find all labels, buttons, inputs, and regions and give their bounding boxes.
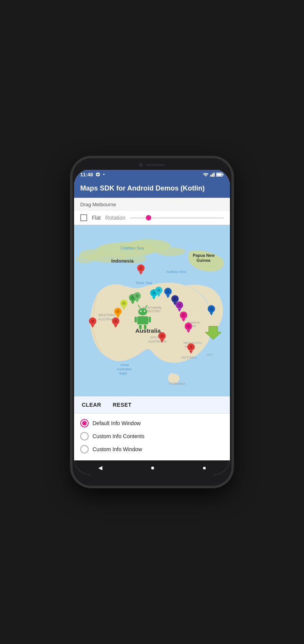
svg-rect-1 xyxy=(216,173,221,176)
svg-point-71 xyxy=(91,320,94,323)
radio-default-inner xyxy=(82,421,87,426)
phone-screen: 11:48 ● xyxy=(74,169,230,475)
svg-point-59 xyxy=(178,304,181,307)
svg-rect-34 xyxy=(138,308,147,315)
status-bar: 11:48 ● xyxy=(74,169,230,180)
svg-text:Great: Great xyxy=(121,363,129,367)
flat-label: Flat xyxy=(92,215,101,221)
svg-point-55 xyxy=(167,290,170,293)
svg-point-75 xyxy=(190,345,193,348)
subtitle-text: Drag Melbourne xyxy=(80,202,116,207)
svg-text:Australian: Australian xyxy=(117,367,132,371)
notch xyxy=(121,161,183,169)
camera xyxy=(139,163,143,167)
radio-default-circle xyxy=(80,419,89,427)
svg-point-49 xyxy=(135,294,139,297)
svg-rect-39 xyxy=(137,316,148,324)
clear-button[interactable]: CLEAR xyxy=(82,402,101,408)
rotation-slider[interactable] xyxy=(130,214,224,222)
recent-button[interactable]: ■ xyxy=(203,465,206,471)
svg-text:Arafura Sea: Arafura Sea xyxy=(166,269,186,274)
svg-point-53 xyxy=(157,289,160,292)
svg-rect-41 xyxy=(149,317,151,322)
flat-checkbox[interactable] xyxy=(80,214,87,221)
svg-point-65 xyxy=(122,302,126,305)
map-svg: Celebes Sea Indonesia Papua New Guinea A… xyxy=(74,225,230,396)
svg-rect-43 xyxy=(144,325,147,329)
radio-item-custom-window[interactable]: Custom Info Window xyxy=(80,443,224,456)
rotation-label: Rotation xyxy=(105,215,125,221)
svg-text:WESTERN: WESTERN xyxy=(98,313,115,317)
svg-text:TASMANIA: TASMANIA xyxy=(169,382,186,386)
svg-point-67 xyxy=(116,310,119,313)
back-button[interactable]: ◀ xyxy=(98,465,102,471)
nav-bar: ◀ ● ■ xyxy=(74,460,230,475)
svg-rect-40 xyxy=(135,317,137,322)
app-title: Maps SDK for Android Demos (Kotlin) xyxy=(80,184,224,192)
status-time: 11:48 xyxy=(80,172,93,177)
radio-item-default[interactable]: Default Info Window xyxy=(80,417,224,430)
side-button xyxy=(231,258,233,281)
svg-point-73 xyxy=(160,334,164,337)
svg-point-63 xyxy=(187,325,190,328)
status-icons xyxy=(203,172,224,177)
svg-rect-2 xyxy=(223,174,224,175)
svg-point-36 xyxy=(144,310,145,312)
speaker xyxy=(146,164,165,166)
reset-button[interactable]: RESET xyxy=(113,402,132,408)
svg-text:AUSTRALIA: AUSTRALIA xyxy=(148,340,167,343)
radio-custom-contents-circle xyxy=(80,432,89,440)
phone-frame: 11:48 ● xyxy=(71,157,233,487)
bottom-panel: CLEAR RESET Default Info Window Custom I… xyxy=(74,396,230,460)
signal-icon xyxy=(210,172,215,177)
map-area[interactable]: Celebes Sea Indonesia Papua New Guinea A… xyxy=(74,225,230,396)
svg-point-57 xyxy=(173,297,177,301)
svg-point-77 xyxy=(210,307,213,310)
battery-icon xyxy=(216,172,224,177)
radio-custom-window-circle xyxy=(80,445,89,453)
svg-text:Guinea: Guinea xyxy=(197,258,210,263)
home-button[interactable]: ● xyxy=(150,464,155,472)
radio-options: Default Info Window Custom Info Contents… xyxy=(74,414,230,460)
radio-custom-contents-label: Custom Info Contents xyxy=(93,433,144,439)
svg-point-35 xyxy=(140,310,142,312)
svg-point-51 xyxy=(152,291,155,294)
radio-item-custom-contents[interactable]: Custom Info Contents xyxy=(80,430,224,443)
svg-point-45 xyxy=(139,266,142,269)
svg-text:ACT: ACT xyxy=(207,353,213,356)
radio-custom-window-label: Custom Info Window xyxy=(93,446,142,452)
svg-text:Celebes Sea: Celebes Sea xyxy=(121,246,144,250)
svg-point-69 xyxy=(114,320,117,323)
svg-point-61 xyxy=(182,314,185,317)
svg-rect-42 xyxy=(139,325,142,329)
wifi-icon xyxy=(203,172,209,177)
action-buttons: CLEAR RESET xyxy=(74,396,230,414)
svg-text:Indonesia: Indonesia xyxy=(111,258,134,264)
gear-icon xyxy=(95,172,101,177)
app-bar: Maps SDK for Android Demos (Kotlin) xyxy=(74,180,230,198)
svg-text:Papua New: Papua New xyxy=(193,253,215,258)
svg-text:Bight: Bight xyxy=(119,371,127,375)
svg-text:VICTORIA: VICTORIA xyxy=(181,356,197,360)
controls-bar: Flat Rotation xyxy=(74,211,230,225)
subtitle-bar: Drag Melbourne xyxy=(74,198,230,211)
svg-point-9 xyxy=(76,255,94,263)
svg-point-7 xyxy=(156,247,185,256)
radio-default-label: Default Info Window xyxy=(93,420,140,426)
svg-text:Timor Sea: Timor Sea xyxy=(135,281,153,285)
